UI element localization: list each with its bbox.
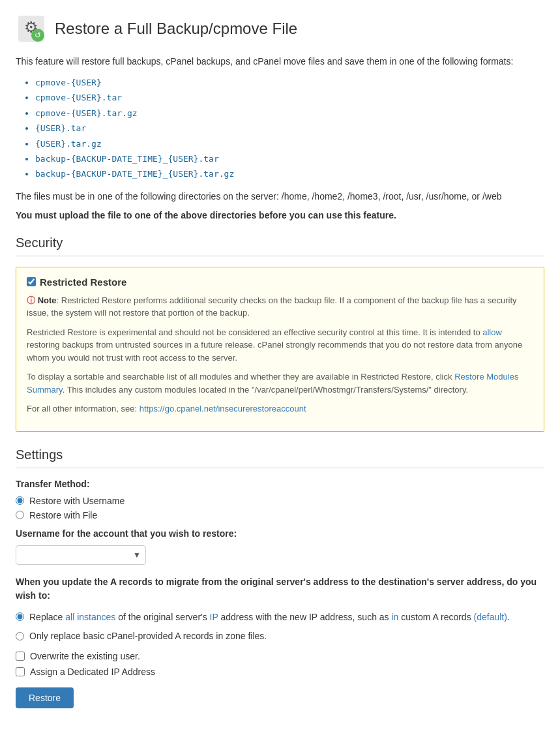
intro-description: This feature will restore full backups, …	[16, 55, 544, 68]
security-para-2: To display a sortable and searchable lis…	[27, 370, 533, 396]
assign-ip-label: Assign a Dedicated IP Address	[30, 667, 155, 677]
restore-with-username-label: Restore with Username	[29, 496, 125, 506]
file-format-item: cpmove-{USER}.tar.gz	[35, 106, 544, 121]
security-note: ⓘ Note: Restricted Restore performs addi…	[27, 294, 533, 320]
file-format-list: cpmove-{USER} cpmove-{USER}.tar cpmove-{…	[16, 75, 544, 182]
svg-text:↺: ↺	[35, 31, 41, 40]
default-text: (default)	[474, 612, 507, 622]
ip-option2-text: Only replace basic cPanel-provided A rec…	[29, 629, 267, 643]
file-format-item: cpmove-{USER}	[35, 75, 544, 90]
restore-with-username-option: Restore with Username	[16, 496, 544, 506]
ip-option1-row: Replace all instances of the original se…	[16, 610, 544, 624]
ip-option1-radio[interactable]	[16, 612, 24, 621]
settings-heading: Settings	[16, 447, 544, 468]
restore-with-file-radio[interactable]	[16, 511, 24, 519]
restore-with-username-radio[interactable]	[16, 496, 24, 505]
restore-icon: ⚙ ↺	[16, 13, 47, 44]
note-label: Note	[38, 295, 57, 305]
restricted-restore-checkbox[interactable]	[27, 277, 36, 286]
restore-button[interactable]: Restore	[16, 687, 74, 708]
assign-ip-checkbox[interactable]	[16, 667, 25, 676]
username-field-label: Username for the account that you wish t…	[16, 528, 544, 539]
file-format-item: cpmove-{USER}.tar	[35, 90, 544, 105]
allow-text: allow	[482, 327, 502, 337]
restricted-restore-label-text: Restricted Restore	[40, 277, 126, 288]
page-header: ⚙ ↺ Restore a Full Backup/cpmove File	[16, 13, 544, 44]
settings-section: Settings Transfer Method: Restore with U…	[16, 447, 544, 708]
username-select-wrapper: ▼	[16, 545, 146, 565]
overwrite-user-checkbox[interactable]	[16, 652, 25, 661]
checkbox-group: Overwrite the existing user. Assign a De…	[16, 651, 544, 677]
security-para-1: Restricted Restore is experimental and s…	[27, 326, 533, 365]
upload-warning: You must upload the file to one of the a…	[16, 209, 544, 222]
assign-ip-row: Assign a Dedicated IP Address	[16, 667, 544, 677]
security-para-3: For all other information, see: https://…	[27, 402, 533, 415]
file-format-item: backup-{BACKUP-DATE_TIME}_{USER}.tar.gz	[35, 166, 544, 181]
ip-question-text: When you update the A records to migrate…	[16, 575, 544, 603]
page-title: Restore a Full Backup/cpmove File	[55, 20, 297, 38]
info-icon: ⓘ	[27, 295, 35, 305]
all-instances-text: all instances	[65, 612, 115, 622]
insecure-restore-link[interactable]: https://go.cpanel.net/insecurerestoreacc…	[140, 404, 306, 414]
transfer-method-label: Transfer Method:	[16, 479, 544, 489]
security-box: Restricted Restore ⓘ Note: Restricted Re…	[16, 267, 544, 432]
ip-option2-radio[interactable]	[16, 632, 24, 640]
restore-modules-link[interactable]: Restore Modules Summary	[27, 372, 518, 395]
restore-with-file-label: Restore with File	[29, 510, 97, 520]
file-format-item: {USER}.tar.gz	[35, 136, 544, 151]
file-format-item: backup-{BACKUP-DATE_TIME}_{USER}.tar	[35, 151, 544, 166]
restore-with-file-option: Restore with File	[16, 510, 544, 520]
note-content: Restricted Restore performs additional s…	[27, 295, 517, 318]
username-select[interactable]	[16, 545, 146, 565]
ip-option1-text: Replace all instances of the original se…	[29, 610, 510, 624]
security-heading: Security	[16, 235, 544, 256]
ip-option-group: Replace all instances of the original se…	[16, 610, 544, 643]
restricted-restore-row: Restricted Restore	[27, 277, 533, 288]
overwrite-user-label: Overwrite the existing user.	[30, 651, 140, 661]
directory-text: The files must be in one of the followin…	[16, 190, 544, 203]
overwrite-user-row: Overwrite the existing user.	[16, 651, 544, 661]
file-format-item: {USER}.tar	[35, 121, 544, 136]
in-text: in	[391, 612, 398, 622]
ip-option2-row: Only replace basic cPanel-provided A rec…	[16, 629, 544, 643]
ip-text: IP	[210, 612, 218, 622]
security-link-prefix: For all other information, see:	[27, 404, 140, 414]
transfer-method-group: Restore with Username Restore with File	[16, 496, 544, 520]
